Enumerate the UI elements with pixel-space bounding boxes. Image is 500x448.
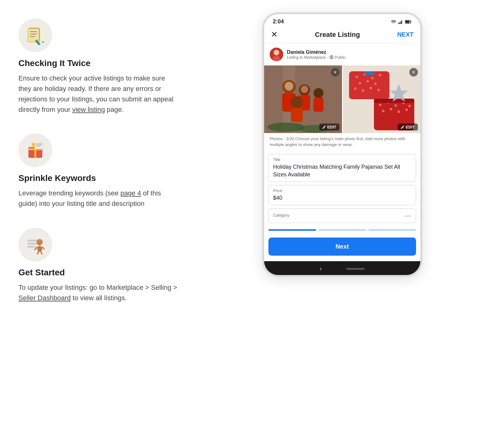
- edit-icon-2: [401, 125, 404, 129]
- svg-point-64: [371, 77, 373, 79]
- phone-mockup: 2:04: [262, 12, 422, 277]
- category-label: Category: [273, 213, 289, 218]
- svg-rect-38: [406, 21, 410, 23]
- svg-point-54: [291, 96, 303, 108]
- svg-point-67: [366, 80, 369, 82]
- globe-icon: [329, 55, 334, 59]
- header-title: Create Listing: [315, 31, 360, 39]
- wifi-icon: [391, 20, 396, 24]
- photo-product: ✕ EDIT: [343, 65, 421, 133]
- svg-point-23: [37, 240, 42, 245]
- price-value: $40: [273, 194, 411, 202]
- svg-rect-36: [403, 20, 403, 24]
- title-value: Holiday Christmas Matching Family Pajama…: [273, 163, 411, 179]
- seller-details: Daniela Giménez Listing to Marketplace ·…: [287, 49, 346, 60]
- tip-checking-body: Ensure to check your active listings to …: [18, 73, 178, 115]
- svg-point-27: [39, 245, 40, 246]
- photo2-close-btn[interactable]: ✕: [409, 68, 418, 77]
- svg-point-72: [377, 89, 380, 91]
- svg-point-81: [390, 108, 392, 110]
- svg-rect-61: [349, 71, 389, 99]
- svg-rect-1: [28, 29, 39, 42]
- photo1-edit-btn[interactable]: EDIT: [319, 124, 339, 131]
- svg-line-32: [41, 252, 42, 254]
- svg-point-82: [397, 110, 400, 113]
- svg-point-62: [355, 76, 358, 78]
- battery-icon: [405, 20, 412, 24]
- tip-started-icon: [18, 228, 52, 261]
- page4-link[interactable]: page 4: [120, 189, 141, 197]
- phone-header: ✕ Create Listing NEXT: [264, 27, 420, 43]
- tip-checking: Checking It Twice Ensure to check your a…: [18, 18, 178, 115]
- edit-icon: [322, 125, 326, 129]
- title-label: Title: [273, 157, 411, 162]
- price-label: Price: [273, 188, 411, 193]
- tip-keywords-icon: [18, 133, 52, 167]
- svg-point-65: [379, 74, 381, 76]
- svg-line-31: [37, 252, 38, 254]
- tip-keywords-body: Leverage trending keywords (see page 4 o…: [18, 188, 178, 209]
- svg-rect-21: [27, 246, 35, 248]
- header-next-button[interactable]: NEXT: [397, 31, 414, 38]
- svg-point-79: [408, 105, 411, 107]
- svg-marker-6: [41, 40, 45, 44]
- progress-seg-2: [319, 229, 366, 231]
- tip-started-title: Get Started: [18, 268, 178, 277]
- svg-rect-53: [314, 97, 323, 112]
- svg-point-58: [285, 82, 293, 90]
- tip-keywords: Sprinkle Keywords Leverage trending keyw…: [18, 133, 178, 209]
- next-button[interactable]: Next: [268, 238, 416, 256]
- photos-hint: Photos · 2/20 Choose your listing's main…: [264, 133, 420, 151]
- svg-point-83: [405, 108, 408, 111]
- photo-family: ✕ EDIT: [264, 65, 342, 133]
- svg-point-75: [379, 104, 381, 106]
- left-panel: Checking It Twice Ensure to check your a…: [18, 12, 178, 303]
- right-panel: 2:04: [203, 12, 482, 277]
- title-field[interactable]: Title Holiday Christmas Matching Family …: [268, 154, 416, 182]
- svg-rect-15: [35, 142, 43, 149]
- category-dash: —: [405, 212, 411, 220]
- status-time: 2:04: [273, 18, 284, 25]
- tip-checking-icon: [18, 18, 52, 52]
- svg-rect-34: [400, 22, 401, 24]
- svg-rect-33: [398, 23, 399, 24]
- svg-line-29: [35, 247, 37, 250]
- svg-rect-35: [401, 21, 402, 24]
- svg-point-24: [38, 241, 39, 242]
- svg-point-26: [39, 244, 40, 245]
- seller-sub: Listing to Marketplace · Public: [287, 55, 346, 60]
- photo2-edit-btn[interactable]: EDIT: [398, 124, 418, 131]
- svg-point-80: [382, 110, 384, 112]
- svg-point-56: [267, 123, 304, 132]
- signal-icon: [398, 20, 403, 24]
- progress-bar: [264, 226, 420, 235]
- svg-point-25: [40, 241, 41, 242]
- svg-point-66: [359, 82, 361, 84]
- svg-point-69: [354, 88, 356, 90]
- phone-bottom-bar: ‹: [264, 261, 420, 275]
- progress-seg-3: [368, 229, 416, 231]
- svg-point-52: [314, 88, 323, 98]
- status-icons: [391, 20, 412, 24]
- category-row: Category —: [273, 212, 411, 220]
- seller-dashboard-link[interactable]: Seller Dashboard: [18, 294, 71, 302]
- tip-checking-title: Checking It Twice: [18, 58, 178, 68]
- svg-point-40: [274, 50, 279, 55]
- svg-rect-55: [291, 108, 303, 122]
- price-field[interactable]: Price $40: [268, 185, 416, 205]
- seller-info: Daniela Giménez Listing to Marketplace ·…: [264, 43, 420, 65]
- svg-point-59: [301, 86, 308, 93]
- home-pill[interactable]: [346, 268, 365, 270]
- photos-grid: ✕ EDIT: [264, 65, 420, 133]
- close-button[interactable]: ✕: [271, 30, 278, 39]
- phone-status-bar: 2:04: [264, 14, 420, 27]
- tip-keywords-title: Sprinkle Keywords: [18, 173, 178, 183]
- svg-point-28: [37, 246, 42, 252]
- category-field[interactable]: Category —: [268, 208, 416, 223]
- photo1-close-btn[interactable]: ✕: [331, 68, 339, 77]
- svg-line-30: [42, 247, 44, 249]
- back-chevron[interactable]: ‹: [320, 265, 322, 272]
- view-listing-link[interactable]: view listing: [72, 106, 105, 113]
- seller-name: Daniela Giménez: [287, 49, 346, 55]
- svg-point-71: [369, 87, 372, 89]
